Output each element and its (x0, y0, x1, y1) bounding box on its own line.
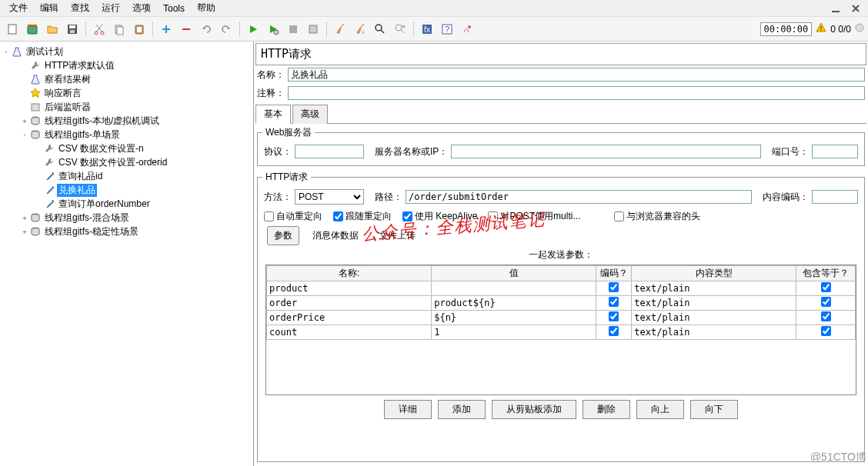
param-tab-params[interactable]: 参数 (267, 226, 299, 245)
down-button[interactable]: 向下 (690, 400, 738, 419)
tree-label[interactable]: 响应断言 (43, 87, 83, 100)
close-icon[interactable] (846, 0, 865, 18)
col-header[interactable]: 内容类型 (632, 266, 796, 281)
template-icon[interactable] (23, 20, 42, 38)
tree-label[interactable]: 查询礼品id (57, 170, 104, 183)
tree-label[interactable]: 线程组gitfs-单场景 (43, 128, 122, 141)
param-tab-body[interactable]: 消息体数据 (305, 226, 366, 245)
cell-encode[interactable] (596, 296, 632, 311)
tree-label[interactable]: CSV 数据文件设置-n (57, 142, 145, 155)
tree-node-3[interactable]: 后端监听器 (2, 100, 252, 114)
paste-icon[interactable] (130, 20, 149, 38)
open-icon[interactable] (43, 20, 62, 38)
menu-tools[interactable]: Tools (157, 2, 191, 15)
function-icon[interactable]: fx (418, 20, 436, 38)
copy-icon[interactable] (110, 20, 129, 38)
tree-label[interactable]: 后端监听器 (43, 101, 92, 114)
cell-equals[interactable] (796, 281, 856, 296)
cell-ctype[interactable]: text/plain (632, 281, 796, 296)
save-icon[interactable] (63, 20, 82, 38)
add-icon[interactable] (157, 20, 175, 38)
broom1-icon[interactable] (331, 20, 349, 38)
cell-name[interactable]: order (267, 296, 432, 311)
cell-ctype[interactable]: text/plain (632, 325, 796, 340)
tree-root-label[interactable]: 测试计划 (25, 45, 65, 58)
table-row[interactable]: count1text/plain (267, 325, 856, 340)
tree-label[interactable]: 线程组gitfs-混合场景 (43, 211, 131, 225)
help-icon[interactable]: ? (438, 20, 456, 38)
table-row[interactable]: orderproduct${n}text/plain (267, 296, 856, 311)
clear-search-icon[interactable] (391, 20, 409, 38)
cell-value[interactable]: ${n} (432, 311, 596, 325)
cell-value[interactable]: product${n} (432, 296, 596, 311)
name-input[interactable] (288, 68, 865, 82)
remove-icon[interactable] (177, 20, 195, 38)
tree-label[interactable]: 察看结果树 (43, 73, 92, 86)
cell-name[interactable]: product (267, 281, 432, 296)
add-button[interactable]: 添加 (438, 400, 486, 419)
cell-ctype[interactable]: text/plain (632, 296, 796, 311)
tree-label[interactable]: 查询订单orderNumber (57, 198, 152, 211)
cell-ctype[interactable]: text/plain (632, 311, 796, 325)
up-button[interactable]: 向上 (636, 400, 684, 419)
tab-advanced[interactable]: 高级 (292, 105, 328, 124)
tree-node-10[interactable]: 查询订单orderNumber (2, 197, 252, 211)
tree-label[interactable]: CSV 数据文件设置-orderid (57, 156, 169, 169)
tree-node-0[interactable]: HTTP请求默认值 (2, 58, 252, 72)
path-input[interactable] (406, 190, 752, 204)
cell-name[interactable]: count (267, 325, 432, 340)
tool-misc-icon[interactable] (458, 20, 476, 38)
table-row[interactable]: orderPrice${n}text/plain (267, 311, 856, 325)
port-input[interactable] (812, 145, 858, 158)
tree-toggle-icon[interactable]: + (20, 214, 29, 221)
param-tab-upload[interactable]: 文件上传 (372, 226, 422, 245)
menu-search[interactable]: 查找 (65, 0, 95, 16)
tree-label[interactable]: 线程组gitfs-本地/虚拟机调试 (43, 115, 161, 128)
cell-value[interactable] (432, 281, 596, 296)
tree-node-6[interactable]: CSV 数据文件设置-n (2, 141, 252, 155)
cell-encode[interactable] (596, 311, 632, 325)
broom2-icon[interactable] (351, 20, 369, 38)
detail-button[interactable]: 详细 (384, 400, 432, 419)
col-header[interactable]: 包含等于？ (796, 266, 856, 281)
browser-headers-check[interactable]: 与浏览器兼容的头 (614, 210, 700, 223)
tree-collapse-icon[interactable]: - (2, 48, 11, 55)
cell-name[interactable]: orderPrice (267, 311, 432, 325)
minimize-icon[interactable] (826, 0, 845, 18)
encoding-input[interactable] (812, 190, 858, 204)
redo-icon[interactable] (217, 20, 235, 38)
col-header[interactable]: 名称: (267, 266, 432, 281)
server-input[interactable] (451, 145, 761, 158)
tree-node-7[interactable]: CSV 数据文件设置-orderid (2, 155, 252, 169)
tree-label[interactable]: 线程组gitfs-稳定性场景 (43, 225, 140, 238)
menu-file[interactable]: 文件 (3, 0, 34, 16)
cell-encode[interactable] (596, 281, 632, 296)
multipart-check[interactable]: 对POST使用multi... (488, 210, 580, 223)
keepalive-check[interactable]: 使用 KeepAlive (402, 210, 477, 223)
tree-node-9[interactable]: 兑换礼品 (2, 183, 252, 197)
cell-value[interactable]: 1 (432, 325, 596, 340)
comment-input[interactable] (288, 86, 865, 100)
test-plan-tree[interactable]: - 测试计划 HTTP请求默认值察看结果树响应断言后端监听器+线程组gitfs-… (0, 42, 254, 466)
auto-redirect-check[interactable]: 自动重定向 (264, 210, 322, 223)
menu-help[interactable]: 帮助 (191, 0, 222, 16)
delete-button[interactable]: 删除 (583, 400, 630, 419)
tree-node-4[interactable]: +线程组gitfs-本地/虚拟机调试 (2, 114, 252, 128)
follow-redirect-check[interactable]: 跟随重定向 (333, 210, 392, 223)
menu-edit[interactable]: 编辑 (34, 0, 65, 16)
tree-toggle-icon[interactable]: + (20, 228, 29, 235)
tree-toggle-icon[interactable]: + (20, 117, 29, 125)
cut-icon[interactable] (90, 20, 108, 38)
tree-toggle-icon[interactable]: - (20, 131, 29, 138)
add-clipboard-button[interactable]: 从剪贴板添加 (492, 400, 576, 419)
start-noaction-icon[interactable] (264, 20, 282, 38)
cell-equals[interactable] (796, 296, 856, 311)
cell-equals[interactable] (796, 325, 856, 340)
tree-node-12[interactable]: +线程组gitfs-稳定性场景 (2, 225, 252, 238)
protocol-input[interactable] (295, 145, 364, 158)
tree-node-1[interactable]: 察看结果树 (2, 72, 252, 86)
tree-label[interactable]: HTTP请求默认值 (43, 59, 116, 72)
cell-encode[interactable] (596, 325, 632, 340)
params-table[interactable]: 名称:值编码？内容类型包含等于？ producttext/plainorderp… (266, 265, 856, 340)
menu-options[interactable]: 选项 (126, 0, 157, 16)
